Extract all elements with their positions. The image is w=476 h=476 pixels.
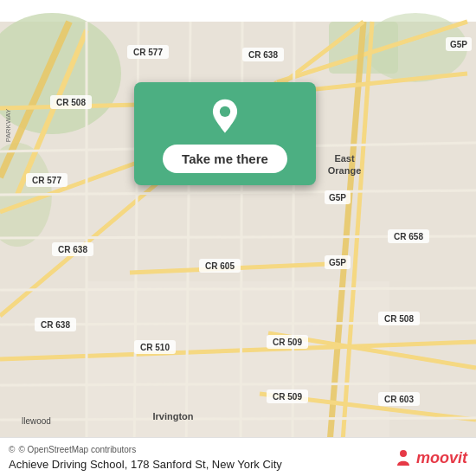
svg-text:G5P: G5P [450, 40, 467, 49]
take-me-there-button[interactable]: Take me there [163, 145, 287, 173]
svg-text:Orange: Orange [328, 165, 362, 176]
attribution-text: © OpenStreetMap contributors [18, 445, 136, 454]
svg-text:CR 658: CR 658 [394, 232, 423, 241]
svg-text:CR 638: CR 638 [248, 50, 278, 60]
svg-text:East: East [334, 153, 355, 164]
svg-point-72 [400, 450, 407, 457]
svg-text:CR 605: CR 605 [205, 261, 235, 271]
svg-text:CR 638: CR 638 [41, 320, 70, 330]
moovit-logo: moovit [394, 448, 467, 467]
svg-text:llewood: llewood [22, 416, 51, 426]
svg-text:PARKWAY: PARKWAY [4, 108, 12, 142]
svg-text:CR 508: CR 508 [56, 98, 86, 107]
svg-text:CR 577: CR 577 [32, 176, 61, 185]
svg-text:CR 577: CR 577 [133, 48, 163, 57]
copyright-icon: © [9, 445, 15, 454]
svg-line-25 [0, 383, 476, 385]
map-container: CR 577 CR 638 CR 508 G5P CR 577 CR 658 E… [0, 0, 476, 476]
svg-text:CR 509: CR 509 [273, 392, 302, 402]
svg-line-26 [0, 418, 476, 420]
location-pin-icon [206, 98, 244, 136]
svg-text:G5P: G5P [329, 193, 346, 203]
svg-text:CR 508: CR 508 [384, 314, 414, 324]
svg-text:Irvington: Irvington [152, 411, 193, 421]
svg-text:G5P: G5P [329, 258, 346, 267]
moovit-logo-text: moovit [416, 449, 467, 467]
popup-card: Take me there [134, 82, 316, 185]
svg-text:CR 510: CR 510 [140, 343, 170, 352]
svg-text:CR 603: CR 603 [384, 395, 414, 404]
svg-line-23 [0, 288, 476, 290]
svg-text:CR 509: CR 509 [273, 338, 302, 347]
svg-text:CR 638: CR 638 [58, 245, 87, 254]
moovit-person-icon [394, 448, 413, 467]
svg-point-71 [220, 106, 230, 117]
map-background: CR 577 CR 638 CR 508 G5P CR 577 CR 658 E… [0, 0, 476, 476]
